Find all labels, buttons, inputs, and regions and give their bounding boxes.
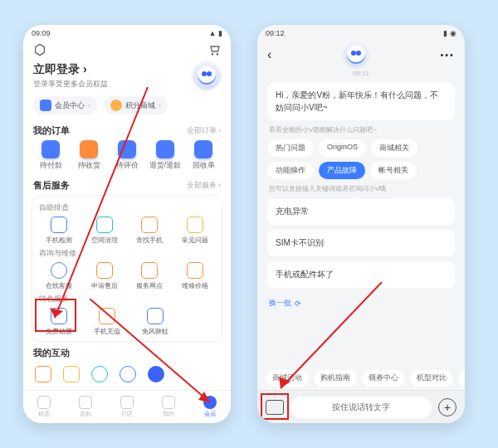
qlink-guide[interactable]: 购机指南: [314, 370, 357, 387]
hint-keyword: 您可以直接输入关键词或者咨询问小V哦: [269, 184, 453, 193]
back-icon[interactable]: ‹: [267, 47, 271, 62]
interact-icon-5[interactable]: [148, 366, 164, 382]
more-icon[interactable]: •••: [440, 50, 455, 60]
refresh-batch[interactable]: 换一批⟳: [269, 298, 453, 309]
truck-icon: [80, 140, 98, 158]
nav-member[interactable]: 会员: [203, 396, 217, 418]
keyboard-icon[interactable]: [266, 400, 284, 415]
top-bar: [23, 41, 231, 61]
orders-more[interactable]: 全部订单 ›: [187, 125, 222, 136]
tag-icon: [187, 262, 203, 279]
search-icon: [141, 217, 158, 233]
chip-hot[interactable]: 热门问题: [267, 139, 314, 157]
phone-icon: [51, 217, 67, 233]
nav-mine[interactable]: 我的: [162, 396, 175, 418]
order-refund[interactable]: 退货/退款: [148, 140, 183, 171]
interact-icon-4[interactable]: [120, 366, 136, 382]
free-film[interactable]: 免费贴膜: [39, 308, 79, 336]
svg-point-2: [217, 54, 217, 55]
orders-section: 我的订单全部订单 › 待付款 待收货 待评价 退货/退款 回收单: [23, 119, 231, 174]
faq-broken[interactable]: 手机或配件坏了: [267, 261, 455, 288]
chip-fault[interactable]: 产品故障: [319, 162, 365, 179]
online-service[interactable]: 在线客服: [39, 262, 79, 290]
headset-icon: [51, 262, 67, 279]
broom-icon: [96, 217, 113, 233]
member-icon: [203, 396, 217, 409]
chip-function[interactable]: 功能操作: [267, 162, 314, 179]
misc-service[interactable]: 免风驱蚊: [135, 308, 175, 336]
nav-community[interactable]: 社区: [120, 396, 134, 418]
voice-input[interactable]: 按住说话转文字: [290, 397, 432, 418]
chevron-right-icon: ›: [159, 101, 161, 110]
bottom-nav: 精选 选购 社区 我的 会员: [23, 390, 231, 423]
repair-price[interactable]: 维修价格: [175, 262, 215, 290]
order-recycle[interactable]: 回收单: [186, 140, 221, 171]
status-time: 09:09: [32, 29, 51, 37]
refund-icon: [156, 140, 174, 158]
chat-header: ‹ •••: [257, 41, 465, 68]
service-card: 自助排查 手机检测 空间清理 查找手机 常见问题 咨询与维修 在线客服 申请售后…: [32, 195, 222, 342]
special-title: 特色服务: [39, 294, 215, 304]
service-section: 售后服务全部服务 ›: [23, 174, 231, 195]
phone-topup[interactable]: 手机充值: [87, 308, 127, 336]
refresh-icon: ⟳: [295, 299, 301, 308]
apply-service[interactable]: 申请售后: [85, 262, 124, 290]
member-center-pill[interactable]: 会员中心›: [33, 96, 97, 114]
cart-icon[interactable]: [208, 43, 221, 58]
pill-row: 会员中心› 积分商城›: [23, 93, 231, 119]
order-pending-review[interactable]: 待评价: [110, 140, 144, 171]
qlink-tradein[interactable]: 以旧: [458, 370, 465, 387]
faq-charge[interactable]: 充电异常: [267, 198, 455, 225]
qlink-coupon[interactable]: 领券中心: [362, 370, 405, 387]
phone-check[interactable]: 手机检测: [39, 217, 79, 245]
status-bar: 09:12 ▮ ◉: [257, 25, 465, 41]
plus-icon[interactable]: +: [438, 398, 456, 416]
coin-icon: [110, 100, 122, 111]
points-mall-pill[interactable]: 积分商城›: [104, 96, 168, 114]
chat-timestamp: 09:11: [257, 70, 465, 77]
interact-section: 我的互动: [23, 342, 231, 363]
grid-icon: [120, 396, 134, 409]
shield-icon: [51, 308, 67, 324]
interact-icon-3[interactable]: [91, 366, 108, 382]
chat-icon: [118, 140, 136, 158]
interact-icons: [23, 363, 231, 386]
service-more[interactable]: 全部服务 ›: [187, 180, 222, 191]
orders-title: 我的订单: [33, 124, 70, 137]
chevron-right-icon: ›: [88, 101, 90, 110]
settings-icon[interactable]: [33, 43, 46, 58]
nav-featured[interactable]: 精选: [37, 396, 51, 418]
qlink-compare[interactable]: 机型对比: [410, 370, 453, 387]
interact-icon-2[interactable]: [63, 366, 80, 382]
login-row[interactable]: 立即登录 › 登录享受更多会员权益: [23, 61, 231, 93]
form-icon: [96, 262, 113, 279]
interact-title: 我的互动: [33, 347, 70, 359]
chevron-right-icon: ›: [83, 62, 87, 75]
chip-originos[interactable]: OriginOS: [319, 139, 366, 157]
faq-sim[interactable]: SIM卡不识别: [267, 230, 455, 256]
quick-links: 商城活动 购机指南 领券中心 机型对比 以旧: [257, 370, 465, 387]
status-time: 09:12: [266, 29, 285, 37]
find-phone[interactable]: 查找手机: [129, 217, 169, 245]
qlink-activity[interactable]: 商城活动: [266, 370, 309, 387]
question-icon: [187, 217, 203, 233]
svg-marker-0: [36, 44, 45, 55]
greeting-bubble: Hi，亲爱的V粉，新年快乐！有什么问题，不妨问问小V吧~: [267, 82, 455, 120]
order-pending-pay[interactable]: 待付款: [33, 140, 68, 171]
faq[interactable]: 常见问题: [175, 217, 215, 245]
avatar[interactable]: [193, 61, 221, 90]
service-point[interactable]: 服务网点: [129, 262, 169, 290]
space-clean[interactable]: 空间清理: [85, 217, 124, 245]
interact-icon-1[interactable]: [35, 366, 51, 382]
nav-shop[interactable]: 选购: [79, 396, 92, 418]
selfcheck-title: 自助排查: [39, 202, 215, 213]
phone-left: 09:09 ▲ ▮ 立即登录 › 登录享受更多会员权益 会员中心› 积分商城› …: [23, 25, 231, 423]
phone-right: 09:12 ▮ ◉ ‹ ••• 09:11 Hi，亲爱的V粉，新年快乐！有什么问…: [257, 25, 465, 423]
login-subtitle: 登录享受更多会员权益: [33, 79, 108, 90]
chip-mall[interactable]: 商城相关: [371, 139, 417, 157]
svg-point-1: [212, 54, 212, 55]
chip-account[interactable]: 帐号相关: [370, 162, 417, 179]
order-pending-receive[interactable]: 待收货: [71, 140, 106, 171]
bag-icon: [79, 396, 92, 409]
consult-title: 咨询与维修: [39, 248, 215, 259]
